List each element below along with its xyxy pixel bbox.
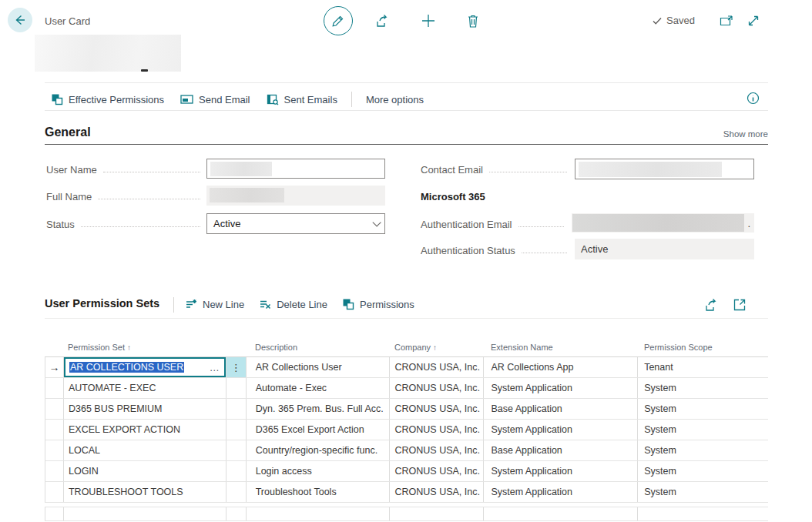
back-button[interactable] bbox=[8, 8, 32, 32]
info-button[interactable] bbox=[747, 92, 760, 105]
cell-extension-name[interactable]: System Application bbox=[484, 378, 638, 398]
column-header-permission-set[interactable]: Permission Set↑ bbox=[63, 343, 226, 352]
share-icon bbox=[375, 13, 391, 28]
share-list-button[interactable] bbox=[704, 298, 720, 312]
cell-row-menu bbox=[226, 461, 247, 481]
permission-set-edit-cell[interactable]: AR COLLECTIONS USER… bbox=[64, 357, 226, 377]
cell-permission-scope[interactable]: System bbox=[638, 378, 768, 398]
delete-line-button[interactable]: Delete Line bbox=[259, 298, 327, 310]
cell-permission-set[interactable]: D365 BUS PREMIUM bbox=[64, 399, 226, 419]
cell-extension-name[interactable]: System Application bbox=[484, 461, 638, 481]
cell-company[interactable]: CRONUS USA, Inc. bbox=[390, 399, 485, 419]
cell-extension-name[interactable]: AR Collections App bbox=[484, 357, 638, 377]
new-line-label: New Line bbox=[203, 299, 244, 310]
more-options-button[interactable]: More options bbox=[366, 94, 424, 105]
active-row-pointer-icon: → bbox=[49, 361, 59, 373]
cell-description[interactable]: Dyn. 365 Prem. Bus. Full Acc. bbox=[247, 399, 390, 419]
expand-button[interactable] bbox=[747, 14, 760, 28]
cell-permission-scope[interactable]: System bbox=[638, 461, 768, 481]
cell-permission-scope[interactable]: System bbox=[638, 440, 768, 460]
sent-emails-button[interactable]: Sent Emails bbox=[267, 94, 337, 105]
lookup-ellipsis-button[interactable]: … bbox=[210, 362, 220, 373]
cell-extension-name[interactable]: System Application bbox=[484, 420, 638, 440]
show-more-link[interactable]: Show more bbox=[723, 129, 768, 139]
status-label: Status bbox=[46, 219, 75, 230]
user-name-input[interactable] bbox=[206, 159, 385, 179]
authentication-email-field: . bbox=[572, 213, 754, 233]
cell-permission-set[interactable]: EXCEL EXPORT ACTION bbox=[64, 420, 226, 440]
table-row[interactable]: AUTOMATE - EXECAutomate - ExecCRONUS USA… bbox=[45, 378, 768, 399]
cell-description[interactable]: Login access bbox=[247, 461, 390, 481]
plus-icon bbox=[421, 13, 436, 28]
new-line-button[interactable]: New Line bbox=[185, 298, 244, 310]
cell-extension-name[interactable]: Base Application bbox=[484, 399, 638, 419]
send-email-button[interactable]: Send Email bbox=[180, 94, 250, 105]
column-header-company[interactable]: Company↑ bbox=[389, 343, 484, 352]
cell-description[interactable]: Automate - Exec bbox=[247, 378, 390, 398]
cell-permission-scope[interactable]: System bbox=[638, 420, 768, 440]
column-header-extension-name[interactable]: Extension Name bbox=[484, 343, 638, 352]
column-header-permission-scope[interactable]: Permission Scope bbox=[638, 343, 768, 352]
new-button[interactable] bbox=[421, 13, 436, 28]
table-row[interactable]: LOCALCountry/region-specific func.CRONUS… bbox=[45, 440, 768, 461]
permission-sets-heading: User Permission Sets bbox=[45, 297, 159, 310]
permissions-grid-icon bbox=[342, 298, 354, 310]
cell-permission-set[interactable]: AR COLLECTIONS USER… bbox=[64, 357, 226, 377]
cell-company[interactable]: CRONUS USA, Inc. bbox=[390, 378, 485, 398]
cell-permission-set[interactable]: TROUBLESHOOT TOOLS bbox=[64, 482, 226, 502]
row-gutter bbox=[45, 440, 64, 460]
cell-permission-set[interactable]: LOGIN bbox=[64, 461, 226, 481]
cell-description[interactable]: AR Collections User bbox=[247, 357, 390, 377]
status-value: Active bbox=[213, 218, 240, 229]
cell-extension-name[interactable]: System Application bbox=[484, 482, 638, 502]
table-row[interactable]: EXCEL EXPORT ACTIOND365 Excel Export Act… bbox=[45, 420, 768, 440]
cell-permission-scope[interactable]: Tenant bbox=[638, 357, 768, 377]
cell-company[interactable]: CRONUS USA, Inc. bbox=[390, 461, 485, 481]
row-kebab-menu-icon[interactable]: ⋮ bbox=[231, 362, 241, 373]
cell-description[interactable]: Troubleshoot Tools bbox=[247, 482, 390, 502]
cell-row-menu bbox=[226, 399, 247, 419]
contact-email-input[interactable] bbox=[575, 159, 754, 179]
table-row-empty[interactable] bbox=[45, 507, 768, 521]
delete-line-label: Delete Line bbox=[277, 299, 327, 310]
cell-row-menu bbox=[226, 440, 247, 460]
effective-permissions-button[interactable]: Effective Permissions bbox=[51, 93, 164, 105]
effective-permissions-label: Effective Permissions bbox=[69, 94, 164, 105]
dot-leader bbox=[489, 172, 567, 172]
cell-company[interactable]: CRONUS USA, Inc. bbox=[390, 482, 485, 502]
status-select[interactable]: Active bbox=[206, 213, 385, 234]
popout-window-icon bbox=[720, 15, 733, 27]
permissions-button[interactable]: Permissions bbox=[342, 298, 414, 310]
column-header-description[interactable]: Description bbox=[246, 343, 389, 352]
user-card-page: User Card Saved bbox=[0, 0, 812, 522]
cell-permission-set[interactable]: AUTOMATE - EXEC bbox=[64, 378, 226, 398]
pencil-icon bbox=[331, 14, 345, 28]
cell-company[interactable]: CRONUS USA, Inc. bbox=[390, 420, 485, 440]
cell-permission-set[interactable]: LOCAL bbox=[64, 440, 226, 460]
dot-leader bbox=[522, 253, 567, 253]
table-row[interactable]: TROUBLESHOOT TOOLSTroubleshoot ToolsCRON… bbox=[45, 482, 768, 503]
cell-row-menu[interactable]: ⋮ bbox=[226, 357, 247, 377]
cell-permission-scope[interactable]: System bbox=[638, 399, 768, 419]
cell-extension-name[interactable]: Base Application bbox=[484, 440, 638, 460]
cell-row-menu bbox=[226, 420, 247, 440]
cell-company[interactable]: CRONUS USA, Inc. bbox=[390, 357, 485, 377]
cell-permission-scope[interactable]: System bbox=[638, 482, 768, 502]
cell-row-menu bbox=[226, 482, 247, 502]
focus-mode-button[interactable] bbox=[733, 298, 747, 312]
cell-description[interactable]: D365 Excel Export Action bbox=[247, 420, 390, 440]
divider bbox=[45, 82, 768, 83]
contact-email-value-redacted bbox=[579, 162, 722, 177]
table-row[interactable]: LOGINLogin accessCRONUS USA, Inc.System … bbox=[45, 461, 768, 482]
open-in-window-button[interactable] bbox=[720, 15, 733, 27]
dot-leader bbox=[103, 172, 200, 172]
edit-button[interactable] bbox=[324, 6, 353, 35]
delete-button[interactable] bbox=[465, 13, 481, 28]
cell-company[interactable]: CRONUS USA, Inc. bbox=[390, 440, 485, 460]
share-button[interactable] bbox=[375, 13, 391, 28]
cell-description[interactable]: Country/region-specific func. bbox=[247, 440, 390, 460]
permissions-grid-icon bbox=[51, 93, 63, 105]
table-row[interactable]: →AR COLLECTIONS USER…⋮AR Collections Use… bbox=[45, 357, 768, 378]
table-row[interactable]: D365 BUS PREMIUMDyn. 365 Prem. Bus. Full… bbox=[45, 399, 768, 420]
delete-line-icon bbox=[259, 298, 271, 310]
